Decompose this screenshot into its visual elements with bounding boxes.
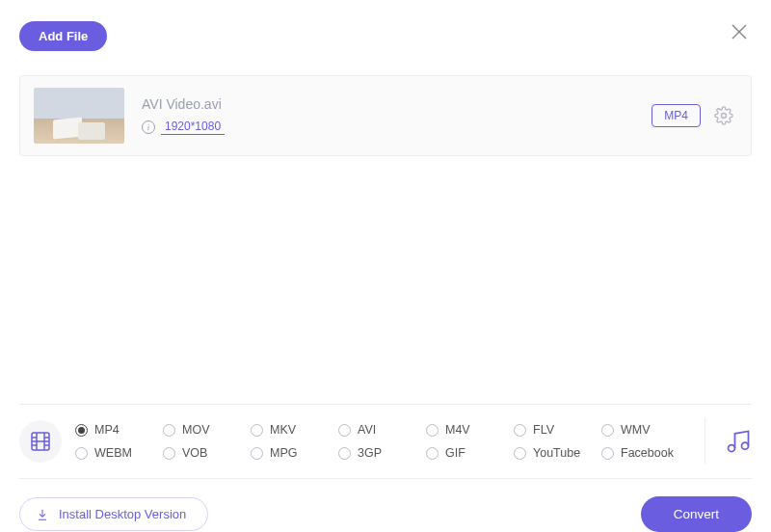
svg-point-12 — [742, 442, 749, 449]
install-desktop-label: Install Desktop Version — [59, 507, 186, 521]
format-option-m4v[interactable]: M4V — [426, 423, 510, 437]
close-icon[interactable] — [731, 23, 748, 40]
format-option-3gp[interactable]: 3GP — [338, 446, 422, 460]
format-option-youtube[interactable]: YouTube — [514, 446, 598, 460]
format-options-grid: MP4MOVMKVAVIM4VFLVWMVWEBMVOBMPG3GPGIFYou… — [75, 423, 685, 460]
format-option-facebook[interactable]: Facebook — [601, 446, 685, 460]
format-option-webm[interactable]: WEBM — [75, 446, 159, 460]
divider — [705, 418, 705, 465]
radio-icon — [601, 424, 614, 437]
format-option-vob[interactable]: VOB — [163, 446, 247, 460]
install-desktop-button[interactable]: Install Desktop Version — [19, 497, 208, 531]
add-file-button[interactable]: Add File — [19, 21, 107, 51]
footer-bar: Install Desktop Version Convert — [19, 479, 752, 532]
radio-icon — [601, 447, 614, 460]
format-option-mkv[interactable]: MKV — [251, 423, 334, 437]
format-option-label: MKV — [270, 423, 296, 437]
radio-icon — [251, 447, 263, 460]
format-option-mpg[interactable]: MPG — [251, 446, 334, 460]
radio-icon — [251, 424, 263, 437]
file-item-actions: MP4 — [651, 104, 733, 127]
file-meta: i 1920*1080 — [142, 120, 634, 135]
format-option-label: WEBM — [94, 446, 132, 460]
file-list-item: AVI Video.avi i 1920*1080 MP4 — [19, 75, 752, 156]
format-option-avi[interactable]: AVI — [338, 423, 422, 437]
file-name-label: AVI Video.avi — [142, 96, 634, 112]
format-option-gif[interactable]: GIF — [426, 446, 510, 460]
format-option-wmv[interactable]: WMV — [601, 423, 685, 437]
format-option-label: WMV — [621, 423, 651, 437]
film-icon — [29, 430, 52, 453]
convert-button[interactable]: Convert — [641, 496, 752, 532]
download-icon — [36, 508, 49, 521]
radio-icon — [514, 424, 526, 437]
radio-icon — [514, 447, 526, 460]
output-format-button[interactable]: MP4 — [651, 104, 701, 127]
radio-icon — [75, 424, 88, 437]
format-option-mov[interactable]: MOV — [163, 423, 247, 437]
radio-icon — [163, 447, 175, 460]
format-option-label: VOB — [182, 446, 207, 460]
format-option-label: MP4 — [94, 423, 120, 437]
content-spacer — [19, 156, 752, 404]
top-bar: Add File — [19, 0, 752, 54]
app-window: Add File AVI Video.avi i 1920*1080 MP4 — [0, 0, 771, 532]
radio-icon — [338, 424, 351, 437]
gear-icon[interactable] — [714, 106, 733, 125]
format-option-label: GIF — [445, 446, 465, 460]
format-option-label: MPG — [270, 446, 297, 460]
format-option-label: FLV — [533, 423, 554, 437]
format-option-label: AVI — [358, 423, 376, 437]
svg-point-2 — [722, 114, 727, 119]
radio-icon — [75, 447, 88, 460]
format-selector-bar: MP4MOVMKVAVIM4VFLVWMVWEBMVOBMPG3GPGIFYou… — [19, 404, 752, 479]
radio-icon — [338, 447, 351, 460]
format-option-label: Facebook — [621, 446, 674, 460]
radio-icon — [426, 424, 439, 437]
format-option-label: 3GP — [358, 446, 382, 460]
radio-icon — [426, 447, 439, 460]
video-thumbnail[interactable] — [34, 88, 124, 144]
video-mode-button[interactable] — [19, 420, 62, 463]
format-option-label: YouTube — [533, 446, 580, 460]
info-icon[interactable]: i — [142, 120, 155, 134]
file-info: AVI Video.avi i 1920*1080 — [142, 96, 634, 135]
music-icon[interactable] — [725, 428, 752, 455]
svg-point-11 — [729, 445, 735, 452]
format-option-label: MOV — [182, 423, 209, 437]
format-option-flv[interactable]: FLV — [514, 423, 598, 437]
format-option-mp4[interactable]: MP4 — [75, 423, 159, 437]
file-resolution-label[interactable]: 1920*1080 — [161, 120, 225, 135]
radio-icon — [163, 424, 175, 437]
format-option-label: M4V — [445, 423, 470, 437]
